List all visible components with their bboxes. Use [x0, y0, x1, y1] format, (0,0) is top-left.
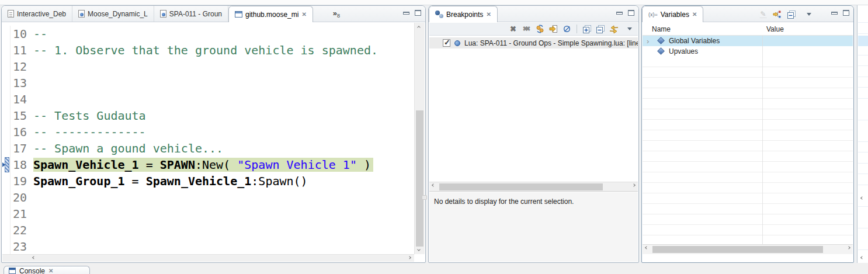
variable-row-global-variables[interactable]: › Global Variables: [643, 36, 853, 46]
gutter-cell: [2, 140, 11, 157]
clipped-grid-rows: [858, 12, 868, 257]
variables-column-headers: Name Value: [643, 23, 853, 36]
remove-breakpoint-icon[interactable]: ✖: [508, 24, 518, 34]
gutter-cell: [2, 26, 11, 42]
sash-handle[interactable]: [422, 195, 427, 200]
code-line-20[interactable]: 20: [2, 189, 414, 206]
minimize-icon[interactable]: [403, 12, 409, 15]
code-line-22[interactable]: 22: [2, 222, 414, 238]
maximize-icon[interactable]: [843, 10, 849, 16]
editor-tab-github-moose[interactable]: github.moose_mi ✕: [228, 6, 313, 22]
tab-overflow-chevron[interactable]: »8: [333, 9, 340, 19]
scroll-up-icon[interactable]: [417, 26, 421, 29]
editor-tab-moose-dynamic[interactable]: Moose_Dynamic_L: [72, 6, 154, 22]
minimize-icon[interactable]: [831, 12, 838, 15]
close-icon[interactable]: ✕: [48, 268, 53, 274]
editor-horizontal-scrollbar[interactable]: [2, 254, 414, 262]
scroll-left-icon[interactable]: [32, 256, 36, 259]
line-number: 10: [11, 26, 30, 42]
breakpoint-details-pane: No details to display for the current se…: [429, 192, 638, 262]
current-instruction-pointer-icon: [2, 157, 11, 173]
scroll-right-icon[interactable]: [632, 183, 636, 187]
scrollbar-thumb[interactable]: [652, 246, 823, 253]
scroll-left-icon[interactable]: [645, 246, 648, 249]
lua-file-icon: [160, 10, 166, 18]
code-editor[interactable]: 10--11-- 1. Observe that the ground vehi…: [2, 23, 425, 262]
view-menu-icon[interactable]: [804, 9, 814, 19]
view-menu-icon[interactable]: [624, 24, 634, 34]
code-line-12[interactable]: 12: [2, 58, 414, 75]
variable-scope-icon: [657, 37, 665, 44]
scroll-left-icon[interactable]: [432, 183, 435, 187]
expander-icon[interactable]: ›: [647, 37, 649, 46]
maximize-icon[interactable]: [628, 10, 634, 16]
show-breakpoints-supported-icon[interactable]: [535, 24, 545, 34]
console-icon: [9, 268, 16, 274]
editor-vertical-scrollbar[interactable]: [414, 23, 425, 254]
gutter-cell: [2, 206, 11, 222]
lua-file-icon: [78, 10, 85, 18]
close-icon[interactable]: ✕: [692, 12, 697, 18]
column-header-name[interactable]: Name: [652, 25, 671, 33]
variable-row-upvalues[interactable]: Upvalues: [643, 46, 853, 57]
breakpoints-horizontal-scrollbar[interactable]: [429, 182, 638, 192]
code-line-23[interactable]: 23: [2, 238, 414, 254]
editor-tab-spa-011[interactable]: SPA-011 - Groun: [154, 6, 228, 22]
breakpoints-tab-bar: Breakpoints ✕: [429, 6, 638, 22]
link-with-debug-view-icon[interactable]: [609, 24, 619, 34]
no-details-message: No details to display for the current se…: [434, 197, 574, 206]
line-number: 22: [11, 222, 30, 238]
code-line-21[interactable]: 21: [2, 206, 414, 222]
code-line-11[interactable]: 11-- 1. Observe that the ground vehicle …: [2, 42, 414, 58]
collapse-all-icon[interactable]: [786, 9, 796, 19]
tab-breakpoints[interactable]: Breakpoints ✕: [429, 6, 498, 22]
code-area[interactable]: 10--11-- 1. Observe that the ground vehi…: [2, 23, 414, 254]
tab-variables[interactable]: (x)= Variables ✕: [642, 6, 703, 22]
gutter-cell: [2, 173, 11, 189]
editor-tab-interactive-deb[interactable]: Interactive_Deb: [2, 6, 72, 22]
code-line-17[interactable]: 17-- Spawn a gound vehicle...: [2, 140, 414, 157]
code-line-13[interactable]: 13: [2, 75, 414, 91]
column-divider[interactable]: [762, 36, 763, 244]
scroll-down-icon[interactable]: [417, 248, 421, 251]
tab-console[interactable]: Console ✕: [4, 266, 90, 274]
code-line-18[interactable]: 18Spawn_Vehicle_1 = SPAWN:New( "Spawn Ve…: [2, 157, 414, 173]
maximize-icon[interactable]: [415, 10, 421, 16]
console-tab-label: Console: [19, 267, 45, 274]
breakpoint-enabled-checkbox[interactable]: ✓: [443, 39, 450, 47]
code-text: [30, 91, 33, 107]
skip-all-breakpoints-icon[interactable]: [562, 24, 572, 34]
show-logical-structure-icon[interactable]: [772, 9, 782, 19]
variables-tab-bar: (x)= Variables ✕ ✎: [642, 6, 853, 22]
variables-tree[interactable]: › Global Variables Upvalues: [643, 36, 853, 244]
scrollbar-thumb[interactable]: [439, 183, 603, 190]
code-line-10[interactable]: 10--: [2, 26, 414, 42]
hidden-tab-count: 8: [337, 13, 340, 19]
close-icon[interactable]: ✕: [486, 12, 491, 18]
code-text: --: [30, 26, 47, 42]
code-line-15[interactable]: 15-- Tests Gudauta: [2, 107, 414, 124]
code-line-16[interactable]: 16-- -------------: [2, 124, 414, 140]
scroll-right-icon[interactable]: [847, 246, 850, 249]
code-line-14[interactable]: 14: [2, 91, 414, 107]
variables-horizontal-scrollbar[interactable]: [643, 244, 853, 254]
remove-all-breakpoints-icon[interactable]: ✖✖: [522, 24, 532, 34]
close-icon[interactable]: ✕: [301, 12, 306, 18]
go-to-file-for-breakpoint-icon[interactable]: [548, 24, 558, 34]
variable-scope-icon: [657, 47, 665, 55]
expand-all-icon[interactable]: [582, 24, 592, 34]
collapse-all-icon[interactable]: [595, 24, 605, 34]
breakpoint-row[interactable]: ✓ Lua: SPA-011 - Ground Ops - Simple Spa…: [429, 37, 638, 48]
scrollbar-thumb[interactable]: [416, 110, 423, 247]
empty-grid-rows: [643, 57, 853, 244]
variables-tab-label: Variables: [661, 11, 689, 19]
toolbar-separator: [577, 25, 577, 33]
code-line-19[interactable]: 19Spawn_Group_1 = Spawn_Vehicle_1:Spawn(…: [2, 173, 414, 189]
variables-bottom-filler: [643, 254, 853, 262]
column-header-value[interactable]: Value: [766, 25, 784, 33]
code-text: [30, 206, 33, 222]
gutter-cell: [2, 91, 11, 107]
minimize-icon[interactable]: [616, 12, 623, 15]
scroll-right-icon[interactable]: [408, 256, 411, 259]
breakpoints-list[interactable]: ✓ Lua: SPA-011 - Ground Ops - Simple Spa…: [429, 36, 638, 182]
